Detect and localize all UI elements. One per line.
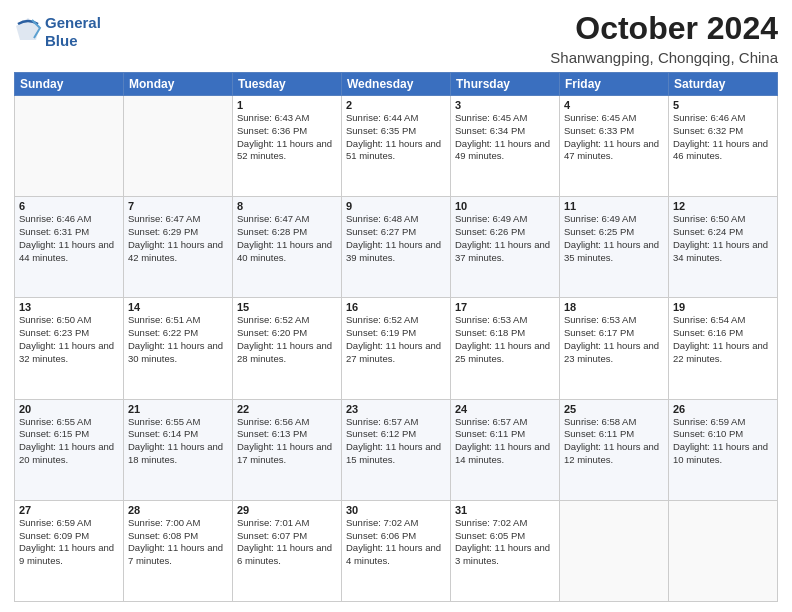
weekday-header-friday: Friday [560, 73, 669, 96]
weekday-header-row: SundayMondayTuesdayWednesdayThursdayFrid… [15, 73, 778, 96]
calendar-cell: 17Sunrise: 6:53 AMSunset: 6:18 PMDayligh… [451, 298, 560, 399]
calendar-week-row: 20Sunrise: 6:55 AMSunset: 6:15 PMDayligh… [15, 399, 778, 500]
calendar-cell: 7Sunrise: 6:47 AMSunset: 6:29 PMDaylight… [124, 197, 233, 298]
day-detail: Sunrise: 6:59 AMSunset: 6:10 PMDaylight:… [673, 416, 773, 467]
day-number: 15 [237, 301, 337, 313]
day-detail: Sunrise: 6:51 AMSunset: 6:22 PMDaylight:… [128, 314, 228, 365]
day-number: 11 [564, 200, 664, 212]
weekday-header-thursday: Thursday [451, 73, 560, 96]
title-block: October 2024 Shanwangping, Chongqing, Ch… [550, 10, 778, 66]
day-number: 23 [346, 403, 446, 415]
weekday-header-sunday: Sunday [15, 73, 124, 96]
day-number: 25 [564, 403, 664, 415]
day-number: 31 [455, 504, 555, 516]
calendar-cell: 21Sunrise: 6:55 AMSunset: 6:14 PMDayligh… [124, 399, 233, 500]
day-detail: Sunrise: 6:46 AMSunset: 6:32 PMDaylight:… [673, 112, 773, 163]
day-number: 28 [128, 504, 228, 516]
day-number: 18 [564, 301, 664, 313]
calendar-cell: 23Sunrise: 6:57 AMSunset: 6:12 PMDayligh… [342, 399, 451, 500]
calendar-cell: 8Sunrise: 6:47 AMSunset: 6:28 PMDaylight… [233, 197, 342, 298]
day-detail: Sunrise: 6:58 AMSunset: 6:11 PMDaylight:… [564, 416, 664, 467]
day-number: 12 [673, 200, 773, 212]
day-detail: Sunrise: 6:49 AMSunset: 6:26 PMDaylight:… [455, 213, 555, 264]
day-detail: Sunrise: 6:55 AMSunset: 6:15 PMDaylight:… [19, 416, 119, 467]
day-number: 27 [19, 504, 119, 516]
calendar-cell: 12Sunrise: 6:50 AMSunset: 6:24 PMDayligh… [669, 197, 778, 298]
day-number: 6 [19, 200, 119, 212]
day-detail: Sunrise: 6:55 AMSunset: 6:14 PMDaylight:… [128, 416, 228, 467]
day-number: 14 [128, 301, 228, 313]
day-number: 22 [237, 403, 337, 415]
day-detail: Sunrise: 7:02 AMSunset: 6:06 PMDaylight:… [346, 517, 446, 568]
day-number: 21 [128, 403, 228, 415]
day-detail: Sunrise: 6:47 AMSunset: 6:29 PMDaylight:… [128, 213, 228, 264]
day-number: 30 [346, 504, 446, 516]
day-number: 17 [455, 301, 555, 313]
calendar-subtitle: Shanwangping, Chongqing, China [550, 49, 778, 66]
calendar-cell: 5Sunrise: 6:46 AMSunset: 6:32 PMDaylight… [669, 96, 778, 197]
calendar-cell: 4Sunrise: 6:45 AMSunset: 6:33 PMDaylight… [560, 96, 669, 197]
calendar-cell: 10Sunrise: 6:49 AMSunset: 6:26 PMDayligh… [451, 197, 560, 298]
day-number: 1 [237, 99, 337, 111]
calendar-cell: 18Sunrise: 6:53 AMSunset: 6:17 PMDayligh… [560, 298, 669, 399]
calendar-week-row: 1Sunrise: 6:43 AMSunset: 6:36 PMDaylight… [15, 96, 778, 197]
calendar-cell: 22Sunrise: 6:56 AMSunset: 6:13 PMDayligh… [233, 399, 342, 500]
day-detail: Sunrise: 6:46 AMSunset: 6:31 PMDaylight:… [19, 213, 119, 264]
day-number: 20 [19, 403, 119, 415]
day-number: 8 [237, 200, 337, 212]
day-detail: Sunrise: 7:01 AMSunset: 6:07 PMDaylight:… [237, 517, 337, 568]
day-number: 24 [455, 403, 555, 415]
calendar-cell: 15Sunrise: 6:52 AMSunset: 6:20 PMDayligh… [233, 298, 342, 399]
day-detail: Sunrise: 6:45 AMSunset: 6:34 PMDaylight:… [455, 112, 555, 163]
day-detail: Sunrise: 6:50 AMSunset: 6:23 PMDaylight:… [19, 314, 119, 365]
calendar-cell: 26Sunrise: 6:59 AMSunset: 6:10 PMDayligh… [669, 399, 778, 500]
weekday-header-tuesday: Tuesday [233, 73, 342, 96]
calendar-table: SundayMondayTuesdayWednesdayThursdayFrid… [14, 72, 778, 602]
calendar-cell: 6Sunrise: 6:46 AMSunset: 6:31 PMDaylight… [15, 197, 124, 298]
calendar-cell: 1Sunrise: 6:43 AMSunset: 6:36 PMDaylight… [233, 96, 342, 197]
calendar-cell: 31Sunrise: 7:02 AMSunset: 6:05 PMDayligh… [451, 500, 560, 601]
calendar-cell: 3Sunrise: 6:45 AMSunset: 6:34 PMDaylight… [451, 96, 560, 197]
calendar-cell: 2Sunrise: 6:44 AMSunset: 6:35 PMDaylight… [342, 96, 451, 197]
calendar-cell: 25Sunrise: 6:58 AMSunset: 6:11 PMDayligh… [560, 399, 669, 500]
page-header: General Blue October 2024 Shanwangping, … [14, 10, 778, 66]
day-detail: Sunrise: 6:53 AMSunset: 6:18 PMDaylight:… [455, 314, 555, 365]
day-detail: Sunrise: 6:53 AMSunset: 6:17 PMDaylight:… [564, 314, 664, 365]
day-detail: Sunrise: 6:44 AMSunset: 6:35 PMDaylight:… [346, 112, 446, 163]
day-detail: Sunrise: 6:54 AMSunset: 6:16 PMDaylight:… [673, 314, 773, 365]
calendar-cell [560, 500, 669, 601]
calendar-cell: 19Sunrise: 6:54 AMSunset: 6:16 PMDayligh… [669, 298, 778, 399]
calendar-cell: 9Sunrise: 6:48 AMSunset: 6:27 PMDaylight… [342, 197, 451, 298]
logo-line2: Blue [45, 32, 101, 50]
day-number: 7 [128, 200, 228, 212]
logo: General Blue [14, 14, 101, 50]
logo-line1: General [45, 14, 101, 32]
day-detail: Sunrise: 6:48 AMSunset: 6:27 PMDaylight:… [346, 213, 446, 264]
calendar-cell [15, 96, 124, 197]
weekday-header-saturday: Saturday [669, 73, 778, 96]
day-number: 4 [564, 99, 664, 111]
day-detail: Sunrise: 6:57 AMSunset: 6:12 PMDaylight:… [346, 416, 446, 467]
calendar-page: General Blue October 2024 Shanwangping, … [0, 0, 792, 612]
day-detail: Sunrise: 6:45 AMSunset: 6:33 PMDaylight:… [564, 112, 664, 163]
calendar-cell: 20Sunrise: 6:55 AMSunset: 6:15 PMDayligh… [15, 399, 124, 500]
calendar-week-row: 6Sunrise: 6:46 AMSunset: 6:31 PMDaylight… [15, 197, 778, 298]
day-number: 16 [346, 301, 446, 313]
calendar-cell: 27Sunrise: 6:59 AMSunset: 6:09 PMDayligh… [15, 500, 124, 601]
day-number: 9 [346, 200, 446, 212]
day-number: 10 [455, 200, 555, 212]
calendar-cell [124, 96, 233, 197]
day-detail: Sunrise: 6:57 AMSunset: 6:11 PMDaylight:… [455, 416, 555, 467]
calendar-cell: 30Sunrise: 7:02 AMSunset: 6:06 PMDayligh… [342, 500, 451, 601]
calendar-cell: 16Sunrise: 6:52 AMSunset: 6:19 PMDayligh… [342, 298, 451, 399]
calendar-week-row: 27Sunrise: 6:59 AMSunset: 6:09 PMDayligh… [15, 500, 778, 601]
day-number: 26 [673, 403, 773, 415]
calendar-header: SundayMondayTuesdayWednesdayThursdayFrid… [15, 73, 778, 96]
calendar-cell: 14Sunrise: 6:51 AMSunset: 6:22 PMDayligh… [124, 298, 233, 399]
day-number: 5 [673, 99, 773, 111]
day-detail: Sunrise: 6:59 AMSunset: 6:09 PMDaylight:… [19, 517, 119, 568]
calendar-cell [669, 500, 778, 601]
day-detail: Sunrise: 6:52 AMSunset: 6:19 PMDaylight:… [346, 314, 446, 365]
calendar-cell: 28Sunrise: 7:00 AMSunset: 6:08 PMDayligh… [124, 500, 233, 601]
day-detail: Sunrise: 6:43 AMSunset: 6:36 PMDaylight:… [237, 112, 337, 163]
